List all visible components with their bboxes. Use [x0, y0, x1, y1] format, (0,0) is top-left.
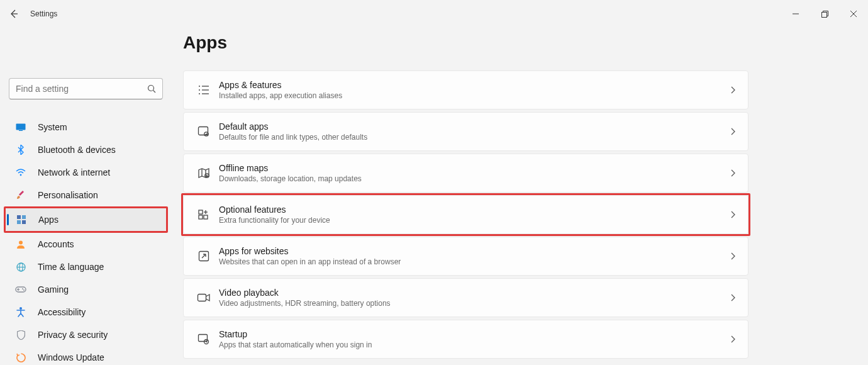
card-title: Apps & features	[219, 80, 730, 90]
sidebar-item-accessibility[interactable]: Accessibility	[0, 301, 172, 323]
chevron-right-icon	[730, 86, 735, 94]
sidebar-item-apps[interactable]: Apps	[6, 208, 166, 231]
gamepad-icon	[15, 286, 26, 293]
card-subtitle: Installed apps, app execution aliases	[219, 91, 730, 100]
sidebar-item-network-internet[interactable]: Network & internet	[0, 161, 172, 184]
chevron-right-icon	[730, 294, 735, 301]
accessibility-icon	[15, 307, 26, 317]
svg-rect-35	[204, 215, 208, 219]
offline-maps-icon	[192, 167, 215, 179]
sidebar-item-system[interactable]: System	[0, 116, 172, 138]
svg-rect-34	[199, 215, 203, 219]
card-title: Apps for websites	[219, 246, 730, 256]
card-title: Default apps	[219, 121, 730, 132]
sidebar-item-privacy-security[interactable]: Privacy & security	[0, 323, 172, 346]
sidebar-item-label: System	[38, 122, 67, 132]
chevron-right-icon	[730, 252, 735, 260]
sidebar-item-windows-update[interactable]: Windows Update	[0, 346, 172, 365]
settings-card: Video playback Video adjustments, HDR st…	[183, 278, 748, 317]
globe-icon	[15, 262, 26, 272]
apps-features-icon	[192, 84, 215, 96]
svg-rect-4	[16, 124, 26, 130]
svg-rect-1	[821, 12, 826, 17]
titlebar: Settings	[0, 0, 868, 28]
sidebar-item-label: Privacy & security	[38, 330, 108, 340]
card-title: Offline maps	[219, 163, 730, 173]
sidebar-item-label: Accessibility	[38, 307, 86, 317]
card-video-playback[interactable]: Video playback Video adjustments, HDR st…	[183, 278, 748, 317]
svg-rect-39	[198, 295, 206, 301]
sidebar-item-accounts[interactable]: Accounts	[0, 233, 172, 256]
chevron-right-icon	[730, 335, 735, 343]
svg-rect-9	[17, 220, 21, 224]
video-icon	[192, 293, 215, 302]
sidebar-item-label: Personalisation	[38, 190, 98, 200]
settings-card: Offline maps Downloads, storage location…	[183, 154, 748, 193]
sidebar-item-label: Accounts	[38, 239, 74, 249]
card-offline-maps[interactable]: Offline maps Downloads, storage location…	[183, 154, 748, 193]
card-title: Optional features	[219, 205, 730, 215]
minimize-button[interactable]	[781, 4, 810, 24]
brush-icon	[15, 191, 26, 199]
svg-rect-5	[19, 130, 23, 131]
sidebar-item-label: Windows Update	[38, 352, 104, 362]
settings-card: Optional features Extra functionality fo…	[183, 195, 748, 234]
main-content: Apps Apps & features Installed apps, app…	[179, 28, 868, 365]
svg-point-19	[23, 289, 25, 291]
back-button[interactable]	[9, 9, 19, 19]
close-button[interactable]	[839, 4, 868, 24]
settings-card: Apps & features Installed apps, app exec…	[183, 70, 748, 110]
sidebar-item-label: Network & internet	[38, 167, 110, 177]
sidebar-item-personalisation[interactable]: Personalisation	[0, 184, 172, 206]
settings-card: Startup Apps that start automatically wh…	[183, 320, 748, 359]
card-startup[interactable]: Startup Apps that start automatically wh…	[183, 320, 748, 359]
chevron-right-icon	[730, 211, 735, 218]
card-apps-features[interactable]: Apps & features Installed apps, app exec…	[183, 70, 748, 110]
apps-icon	[16, 215, 27, 224]
card-title: Video playback	[219, 288, 730, 298]
default-apps-icon	[192, 126, 215, 137]
svg-rect-7	[17, 215, 21, 219]
card-subtitle: Video adjustments, HDR streaming, batter…	[219, 299, 730, 308]
search-box[interactable]	[9, 78, 163, 99]
update-icon	[15, 353, 26, 362]
sidebar-item-time-language[interactable]: Time & language	[0, 256, 172, 278]
startup-icon	[192, 334, 215, 345]
search-icon	[147, 84, 156, 93]
highlight-box: Apps	[4, 206, 168, 233]
card-apps-for-websites[interactable]: Apps for websites Websites that can open…	[183, 237, 748, 276]
svg-rect-33	[199, 210, 203, 214]
svg-line-43	[206, 342, 208, 342]
sidebar-item-label: Time & language	[38, 262, 104, 272]
wifi-icon	[15, 169, 26, 176]
chevron-right-icon	[730, 128, 735, 135]
sidebar-item-bluetooth-devices[interactable]: Bluetooth & devices	[0, 138, 172, 161]
sidebar-item-label: Gaming	[38, 284, 69, 295]
card-title: Startup	[219, 329, 730, 339]
card-subtitle: Extra functionality for your device	[219, 216, 730, 225]
maximize-button[interactable]	[810, 4, 839, 24]
card-default-apps[interactable]: Default apps Defaults for file and link …	[183, 112, 748, 151]
bluetooth-icon	[15, 145, 26, 155]
websites-icon	[192, 250, 215, 262]
page-title: Apps	[183, 33, 748, 53]
settings-card: Default apps Defaults for file and link …	[183, 112, 748, 151]
sidebar: SystemBluetooth & devicesNetwork & inter…	[0, 28, 179, 365]
svg-line-3	[153, 91, 156, 93]
svg-rect-27	[199, 127, 208, 135]
svg-point-20	[19, 307, 22, 310]
window-title: Settings	[30, 9, 57, 18]
optional-icon	[192, 209, 215, 220]
sidebar-item-label: Bluetooth & devices	[38, 145, 116, 155]
card-subtitle: Downloads, storage location, map updates	[219, 174, 730, 183]
search-input[interactable]	[16, 84, 147, 94]
svg-point-18	[22, 288, 23, 289]
system-icon	[15, 123, 26, 131]
svg-point-2	[148, 86, 154, 91]
settings-card: Apps for websites Websites that can open…	[183, 237, 748, 276]
sidebar-item-gaming[interactable]: Gaming	[0, 278, 172, 301]
chevron-right-icon	[730, 169, 735, 177]
shield-icon	[15, 330, 26, 340]
svg-rect-8	[22, 215, 26, 219]
card-optional-features[interactable]: Optional features Extra functionality fo…	[183, 195, 748, 234]
